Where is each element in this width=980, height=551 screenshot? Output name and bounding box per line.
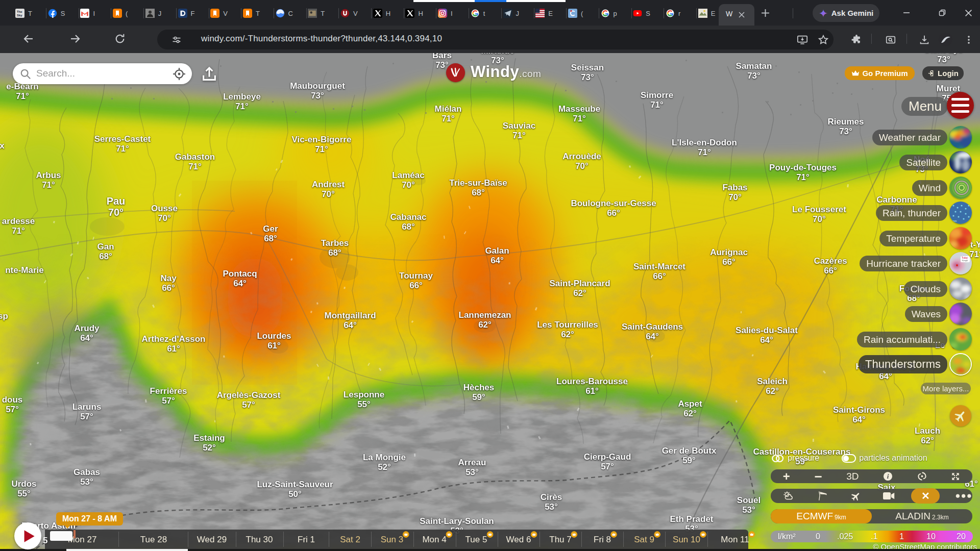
svg-text:The: The — [17, 10, 22, 13]
svg-text:Sky: Sky — [17, 14, 22, 17]
svg-text:i: i — [887, 472, 889, 480]
svg-text:70mph: 70mph — [962, 259, 968, 262]
